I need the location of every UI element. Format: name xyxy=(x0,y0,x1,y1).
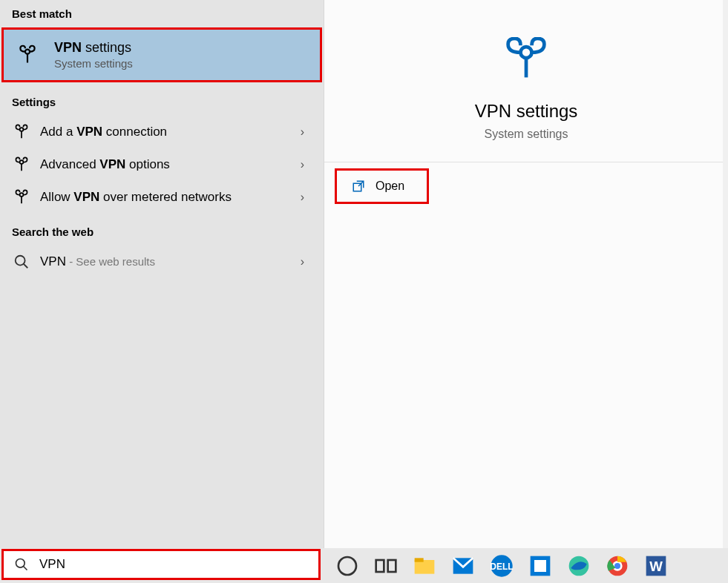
chevron-right-icon: › xyxy=(301,158,304,171)
svg-point-8 xyxy=(16,559,25,568)
settings-header: Settings xyxy=(0,84,324,116)
svg-point-2 xyxy=(20,160,24,164)
web-header: Search the web xyxy=(0,214,324,246)
cortana-icon[interactable] xyxy=(335,554,359,578)
svg-point-0 xyxy=(25,50,30,54)
word-icon[interactable]: W xyxy=(644,554,668,578)
svg-rect-19 xyxy=(534,560,546,572)
task-view-icon[interactable] xyxy=(374,554,398,578)
chrome-icon[interactable] xyxy=(606,554,629,578)
vpn-icon xyxy=(504,37,548,82)
svg-point-6 xyxy=(521,47,532,58)
preview-panel: VPN settings System settings Open xyxy=(324,0,728,548)
svg-point-10 xyxy=(338,557,356,575)
svg-point-23 xyxy=(614,563,620,569)
preview-title: VPN settings xyxy=(339,101,713,122)
preview-subtitle: System settings xyxy=(339,128,713,141)
vpn-icon xyxy=(17,45,38,65)
vpn-icon xyxy=(13,124,30,140)
settings-item-vpn-metered[interactable]: Allow VPN over metered networks › xyxy=(0,181,324,214)
settings-item-label: Add a VPN connection xyxy=(40,125,167,139)
search-input[interactable] xyxy=(39,557,308,572)
svg-rect-11 xyxy=(376,560,384,572)
vpn-icon xyxy=(13,157,30,173)
best-match-title: VPN settings xyxy=(54,40,133,56)
settings-item-advanced-vpn[interactable]: Advanced VPN options › xyxy=(0,148,324,181)
svg-rect-13 xyxy=(415,560,435,574)
search-icon xyxy=(14,557,29,572)
chevron-right-icon: › xyxy=(301,125,304,139)
svg-point-1 xyxy=(20,128,24,131)
web-search-result[interactable]: VPN - See web results › xyxy=(0,246,324,278)
open-label: Open xyxy=(376,179,404,193)
settings-item-label: Allow VPN over metered networks xyxy=(40,190,232,205)
svg-rect-14 xyxy=(415,558,424,561)
best-match-header: Best match xyxy=(0,1,324,27)
vpn-icon xyxy=(13,189,30,205)
search-results-panel: Best match VPN settings System settings … xyxy=(0,0,324,548)
file-explorer-icon[interactable] xyxy=(413,554,436,578)
best-match-subtitle: System settings xyxy=(54,57,133,70)
open-button[interactable]: Open xyxy=(335,168,429,204)
svg-line-5 xyxy=(24,264,28,269)
edge-icon[interactable] xyxy=(567,554,591,578)
open-icon xyxy=(352,179,365,193)
settings-item-add-vpn[interactable]: Add a VPN connection › xyxy=(0,116,324,148)
svg-point-4 xyxy=(16,256,25,266)
svg-point-3 xyxy=(20,193,24,197)
svg-rect-12 xyxy=(388,560,396,572)
dell-icon[interactable]: DELL xyxy=(490,554,514,578)
svg-text:W: W xyxy=(649,558,663,573)
app-icon[interactable] xyxy=(528,554,552,578)
chevron-right-icon: › xyxy=(301,255,304,269)
search-icon xyxy=(13,254,30,270)
best-match-result[interactable]: VPN settings System settings xyxy=(1,27,322,82)
settings-item-label: Advanced VPN options xyxy=(40,157,170,172)
svg-text:DELL: DELL xyxy=(490,561,513,572)
scrollbar[interactable] xyxy=(723,0,728,548)
web-item-label: VPN - See web results xyxy=(40,254,155,269)
svg-line-9 xyxy=(24,567,27,570)
search-box[interactable] xyxy=(1,549,321,580)
taskbar: DELL W xyxy=(0,548,728,583)
mail-icon[interactable] xyxy=(451,554,475,578)
chevron-right-icon: › xyxy=(301,191,304,204)
